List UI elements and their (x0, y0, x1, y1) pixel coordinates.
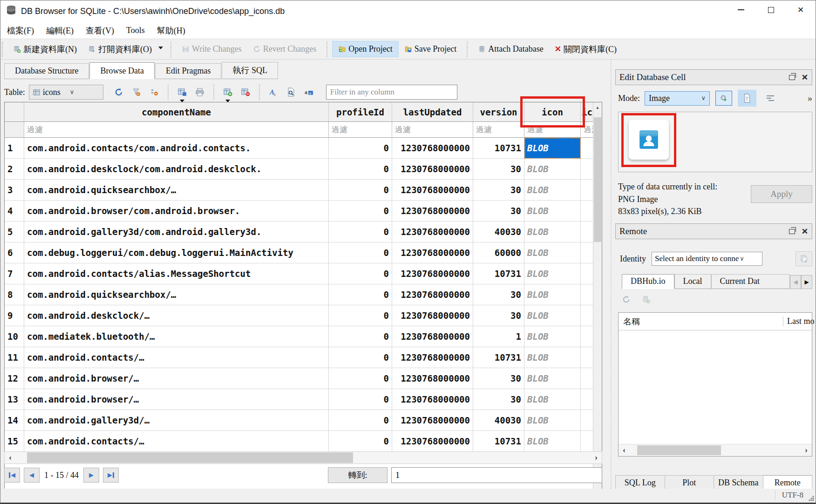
grid-cell[interactable]: 30 (473, 389, 524, 410)
delete-record-button[interactable] (237, 85, 254, 100)
text-mode-button[interactable] (738, 90, 756, 107)
scroll-right-icon[interactable]: › (591, 452, 602, 464)
header-componentName[interactable]: componentName (24, 102, 329, 121)
grid-cell[interactable]: 13 (5, 389, 24, 410)
horizontal-scrollbar-thumb[interactable] (27, 452, 353, 463)
grid-cell[interactable] (581, 368, 593, 389)
grid-cell[interactable]: 0 (329, 410, 392, 431)
grid-cell[interactable]: 1230768000000 (392, 431, 473, 452)
grid-cell[interactable]: 1230768000000 (392, 389, 473, 410)
grid-cell[interactable]: 1230768000000 (392, 222, 473, 242)
grid-cell[interactable] (581, 305, 593, 326)
menu-help[interactable]: 幫助(H) (151, 23, 191, 38)
tab-scroll-right-icon[interactable]: ▶ (801, 275, 812, 289)
grid-cell[interactable]: com.android.quicksearchbox/… (24, 284, 329, 305)
grid-cell[interactable] (581, 263, 593, 284)
grid-cell[interactable]: 0 (329, 431, 392, 452)
blob-cell[interactable]: BLOB (524, 263, 581, 284)
blob-cell[interactable]: BLOB (524, 389, 581, 410)
blob-cell[interactable]: BLOB (524, 368, 581, 389)
grid-cell[interactable]: 1230768000000 (392, 263, 473, 284)
print-button[interactable] (191, 85, 209, 100)
table-row[interactable]: 3com.android.quicksearchbox/…01230768000… (5, 180, 593, 201)
remote-tab-current-database[interactable]: Current Dat (711, 274, 790, 289)
new-database-button[interactable]: 新建資料庫(N) (7, 41, 82, 58)
clone-database-button[interactable] (796, 251, 812, 266)
tab-edit-pragmas[interactable]: Edit Pragmas (155, 63, 222, 79)
table-row[interactable]: 8com.android.quicksearchbox/…01230768000… (5, 284, 593, 305)
grid-cell[interactable]: com.android.contacts/… (24, 347, 329, 368)
scroll-right-icon[interactable]: › (801, 444, 812, 456)
grid-cell[interactable] (581, 326, 593, 347)
filter-lastUpdated[interactable]: 過濾 (392, 122, 473, 137)
next-record-button[interactable]: ▶ (83, 468, 99, 483)
grid-cell[interactable]: com.android.deskclock/… (24, 305, 329, 326)
grid-cell[interactable] (581, 138, 593, 159)
grid-cell[interactable] (581, 347, 593, 368)
float-panel-icon[interactable] (789, 229, 795, 234)
grid-cell[interactable]: com.android.deskclock/com.android.deskcl… (24, 159, 329, 180)
filter-componentName[interactable]: 過濾 (24, 122, 329, 137)
remote-upload-button[interactable] (642, 295, 651, 306)
grid-cell[interactable]: 4 (5, 201, 24, 222)
grid-cell[interactable] (581, 201, 593, 222)
close-button[interactable]: ✕ (786, 0, 816, 19)
grid-cell[interactable]: 8 (5, 284, 24, 305)
grid-cell[interactable]: 1230768000000 (392, 180, 473, 201)
grid-cell[interactable]: 2 (5, 159, 24, 180)
table-row[interactable]: 12com.android.browser/…0123076800000030B… (5, 368, 593, 389)
grid-cell[interactable]: 60000 (473, 242, 524, 263)
tab-browse-data[interactable]: Browse Data (89, 62, 154, 79)
grid-cell[interactable] (581, 284, 593, 305)
table-row[interactable]: 11com.android.contacts/…0123076800000010… (5, 347, 593, 368)
mode-select[interactable]: Image ∨ (645, 91, 710, 106)
filter-profileId[interactable]: 過濾 (329, 122, 392, 137)
grid-cell[interactable]: 0 (329, 347, 392, 368)
grid-cell[interactable]: com.mediatek.bluetooth/… (24, 326, 329, 347)
open-database-dropdown-icon[interactable] (158, 47, 163, 49)
grid-cell[interactable]: 1230768000000 (392, 242, 473, 263)
grid-cell[interactable]: 0 (329, 242, 392, 263)
grid-cell[interactable]: 1230768000000 (392, 368, 473, 389)
horizontal-scrollbar[interactable]: ‹ › (4, 451, 602, 464)
grid-cell[interactable]: 30 (473, 180, 524, 201)
grid-cell[interactable]: 30 (473, 201, 524, 222)
blob-cell[interactable]: BLOB (524, 180, 581, 201)
table-row[interactable]: 10com.mediatek.bluetooth/…01230768000000… (5, 326, 593, 347)
blob-cell[interactable]: BLOB (524, 222, 581, 242)
grid-cell[interactable]: 1230768000000 (392, 326, 473, 347)
grid-cell[interactable]: 0 (329, 159, 392, 180)
remote-tab-dbhub[interactable]: DBHub.io (622, 274, 674, 289)
grid-cell[interactable]: 12 (5, 368, 24, 389)
remote-list-scrollbar-thumb[interactable] (637, 445, 721, 455)
grid-cell[interactable]: com.android.browser/com.android.browser. (24, 201, 329, 222)
attach-database-button[interactable]: Attach Database (472, 41, 549, 57)
blob-cell[interactable]: BLOB (524, 431, 581, 452)
table-row[interactable]: 7com.android.contacts/alias.MessageShort… (5, 263, 593, 284)
grid-cell[interactable]: 14 (5, 410, 24, 431)
table-row[interactable]: 9com.android.deskclock/…0123076800000030… (5, 305, 593, 326)
grid-cell[interactable]: 1 (473, 326, 524, 347)
remote-list-scrollbar[interactable]: ‹ › (619, 444, 812, 456)
filter-any-column-input[interactable] (326, 85, 457, 100)
open-database-button[interactable]: 打開資料庫(O) (82, 41, 157, 58)
grid-cell[interactable]: 5 (5, 222, 24, 242)
blob-cell[interactable]: BLOB (524, 201, 581, 222)
grid-cell[interactable]: 10731 (473, 263, 524, 284)
grid-cell[interactable]: 0 (329, 201, 392, 222)
insert-record-button[interactable] (219, 85, 237, 100)
remote-refresh-button[interactable] (622, 295, 631, 306)
table-row[interactable]: 6com.debug.loggerui/com.debug.loggerui.M… (5, 242, 593, 263)
grid-cell[interactable]: 0 (329, 284, 392, 305)
blob-cell[interactable]: BLOB (524, 410, 581, 431)
grid-cell[interactable]: 30 (473, 305, 524, 326)
tab-scroll-left-icon[interactable]: ◀ (790, 275, 801, 289)
encoding-status[interactable]: UTF-8 (775, 491, 803, 500)
grid-cell[interactable] (581, 180, 593, 201)
encoding-button[interactable]: aa (300, 85, 318, 100)
grid-cell[interactable]: 1 (5, 138, 24, 159)
grid-cell[interactable]: com.android.quicksearchbox/… (24, 180, 329, 201)
grid-cell[interactable]: 40030 (473, 222, 524, 242)
apply-button[interactable]: Apply (751, 185, 812, 203)
grid-cell[interactable]: com.debug.loggerui/com.debug.loggerui.Ma… (24, 242, 329, 263)
